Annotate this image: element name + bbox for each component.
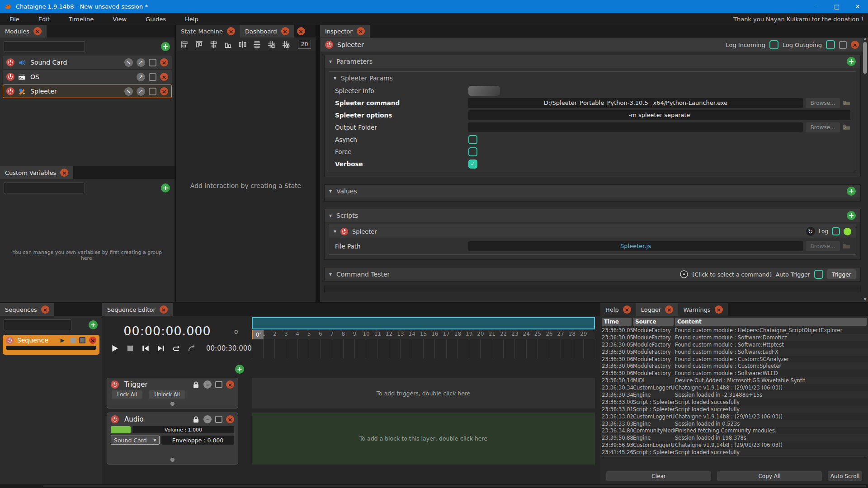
menu-view[interactable]: View — [103, 16, 136, 23]
close-icon[interactable]: × — [226, 415, 234, 423]
lock-all-button[interactable]: Lock All — [112, 390, 142, 399]
chevron-down-icon[interactable]: ▾ — [329, 212, 332, 219]
target-icon[interactable] — [679, 270, 689, 279]
close-icon[interactable]: × — [41, 305, 49, 314]
power-icon[interactable] — [340, 228, 348, 235]
log-row[interactable]: 23:36:30.057ModuleFactoryFound custom mo… — [602, 334, 868, 341]
spleeter-options-field[interactable]: -m spleeter separate — [468, 110, 850, 120]
unlock-all-button[interactable]: Unlock All — [149, 390, 185, 399]
stop-icon[interactable] — [70, 338, 75, 343]
layer-resize-handle[interactable] — [170, 402, 175, 406]
power-icon[interactable] — [111, 415, 119, 423]
log-row[interactable]: 23:36:33.012Script : SpleeterScript load… — [602, 406, 868, 413]
command-select-hint[interactable]: [Click to select a command] — [693, 271, 772, 278]
menu-edit[interactable]: Edit — [29, 16, 59, 23]
menu-guides[interactable]: Guides — [136, 16, 175, 23]
total-time-display[interactable]: 00:00:30.000 — [206, 344, 252, 352]
log-row[interactable]: 23:36:33.031EngineSession loaded in 0.52… — [602, 420, 868, 427]
audio-layer-card[interactable]: Audio – × Volume : 1.000 Sound Card ▼ En… — [107, 413, 238, 465]
close-icon[interactable]: × — [281, 27, 289, 35]
log-outgoing-checkbox[interactable] — [826, 40, 835, 49]
menu-help[interactable]: Help — [175, 16, 208, 23]
close-icon[interactable]: × — [851, 41, 859, 49]
collapse-icon[interactable]: – — [203, 415, 212, 423]
chevron-down-icon[interactable]: ▾ — [334, 228, 336, 235]
close-icon[interactable]: × — [89, 337, 96, 344]
tab-state-machine[interactable]: State Machine × — [176, 25, 240, 38]
module-checkbox[interactable] — [149, 59, 156, 66]
lock-icon[interactable] — [192, 381, 200, 389]
close-icon[interactable]: × — [160, 58, 168, 66]
folder-icon[interactable] — [843, 242, 850, 250]
tab-warnings[interactable]: Warnings× — [678, 303, 727, 316]
log-row[interactable]: 23:36:30.345CustomLoggerUIChataigne v1.9… — [602, 384, 868, 391]
modules-search-input[interactable] — [4, 41, 85, 52]
module-row-os[interactable]: OS↗× — [3, 70, 172, 84]
audio-device-dropdown[interactable]: Sound Card ▼ — [111, 436, 160, 445]
folder-icon[interactable] — [843, 99, 850, 107]
lock-icon[interactable] — [192, 416, 200, 423]
go-to-start-button[interactable] — [141, 344, 150, 353]
trigger-button[interactable]: Trigger — [827, 269, 856, 279]
log-row[interactable]: 23:36:30.061ModuleFactoryFound custom mo… — [602, 362, 868, 370]
script-log-checkbox[interactable] — [832, 227, 840, 235]
tab-help[interactable]: Help× — [600, 303, 636, 316]
log-row[interactable]: 23:36:34.802CommunityModule...Finished f… — [602, 427, 868, 434]
browse-button[interactable]: Browse... — [806, 241, 840, 251]
align-center-horizontal-icon[interactable] — [209, 40, 218, 49]
timeline-view-range-bar[interactable] — [252, 317, 595, 329]
spleeter-command-field[interactable]: D:/Spleeter_Portable_Python-3.10.5_ x64/… — [468, 98, 803, 108]
close-icon[interactable]: × — [60, 169, 68, 177]
log-row[interactable]: 23:36:30.146MIDIDevice Out Added : Micro… — [602, 377, 868, 384]
current-time-display[interactable]: 00:00:00.000 — [113, 324, 222, 338]
module-row-sound-card[interactable]: Sound Card↘↗× — [3, 56, 172, 69]
module-checkbox[interactable] — [149, 88, 156, 95]
play-button[interactable] — [110, 344, 119, 353]
align-left-icon[interactable] — [180, 40, 189, 49]
power-icon[interactable] — [6, 58, 14, 66]
auto-scroll-button[interactable]: Auto Scroll — [828, 471, 862, 481]
module-checkbox[interactable] — [149, 73, 156, 81]
add-variable-group-button[interactable]: + — [161, 183, 170, 192]
envelope-slider[interactable]: Enveloppe : 0.000 — [161, 436, 234, 445]
log-row[interactable]: 23:36:30.055ModuleFactoryFound custom mo… — [602, 327, 868, 334]
verbose-checkbox[interactable]: ✓ — [468, 160, 477, 169]
close-icon[interactable]: × — [160, 305, 168, 314]
add-sequence-button[interactable]: + — [89, 320, 98, 329]
copy-all-button[interactable]: Copy All — [717, 471, 822, 481]
close-tab-group-icon[interactable]: × — [297, 27, 305, 35]
log-row[interactable]: 23:36:30.062ModuleFactoryFound custom mo… — [602, 370, 868, 377]
chevron-down-icon[interactable]: ▾ — [329, 188, 332, 194]
minimize-button[interactable]: – — [806, 0, 826, 13]
audio-lane[interactable]: To add a block to this layer, double-cli… — [252, 413, 595, 465]
distribute-horizontal-icon[interactable] — [238, 40, 247, 49]
chevron-down-icon[interactable]: ▾ — [329, 58, 332, 65]
custom-variables-search-input[interactable] — [4, 183, 85, 193]
grid-size-input[interactable]: 20 — [298, 40, 311, 49]
close-button[interactable]: ✕ — [847, 0, 868, 13]
log-row[interactable]: 23:36:33.007Script : SpleeterScript load… — [602, 399, 868, 406]
add-layer-button[interactable]: + — [235, 365, 244, 374]
stop-button[interactable] — [126, 344, 135, 353]
extra-checkbox[interactable] — [839, 41, 847, 49]
log-row[interactable]: 23:41:45.262Script : SpleeterScript load… — [602, 449, 868, 456]
tab-sequence-editor[interactable]: Sequence Editor × — [102, 303, 173, 316]
column-content[interactable]: Content — [675, 318, 867, 326]
auto-trigger-checkbox[interactable] — [814, 270, 823, 279]
sequence-item[interactable]: Sequence ▶ × — [3, 335, 99, 355]
tab-inspector[interactable]: Inspector × — [320, 25, 370, 38]
file-path-field[interactable]: Spleeter.js — [468, 241, 803, 251]
layer-checkbox[interactable] — [215, 381, 222, 388]
close-icon[interactable]: × — [623, 305, 631, 314]
snap-button[interactable] — [187, 344, 196, 353]
output-arrow-icon[interactable]: ↗ — [137, 58, 145, 67]
input-arrow-icon[interactable]: ↘ — [124, 58, 133, 67]
snap-grid-icon[interactable] — [267, 40, 276, 49]
sequence-checkbox[interactable] — [79, 337, 85, 343]
column-source[interactable]: Source — [633, 318, 674, 326]
output-arrow-icon[interactable]: ↗ — [137, 87, 145, 96]
trigger-lane[interactable]: To add triggers, double click here — [252, 378, 595, 408]
log-row[interactable]: 23:39:50.882EngineSession loaded in 198.… — [602, 434, 868, 441]
log-row[interactable]: 23:36:33.024CustomLoggerUIChataigne v1.9… — [602, 413, 868, 420]
tab-logger[interactable]: Logger× — [636, 303, 679, 316]
